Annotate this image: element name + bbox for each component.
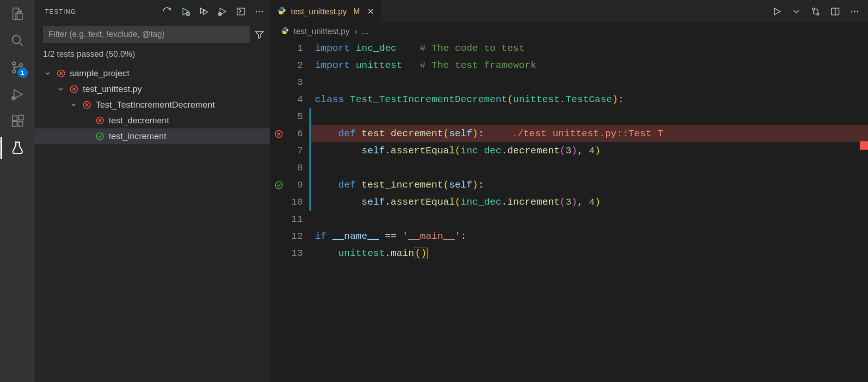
code-line[interactable]: class Test_TestIncrementDecrement(unitte… (309, 91, 868, 108)
editor-area: test_unittest.py M ✕ test_unittest.py › … (271, 0, 868, 382)
status-pass-icon (95, 131, 105, 141)
change-bar (309, 142, 311, 159)
line-number: 6 (287, 125, 303, 142)
change-bar (309, 125, 311, 142)
svg-point-2 (12, 70, 15, 73)
svg-point-14 (262, 11, 263, 12)
code-line[interactable] (309, 211, 868, 228)
svg-point-1 (12, 62, 15, 65)
chevron-down-icon[interactable] (43, 69, 52, 78)
activity-testing[interactable] (9, 139, 26, 156)
tab-bar: test_unittest.py M ✕ (271, 0, 868, 23)
line-number: 5 (287, 108, 303, 125)
tab-filename: test_unittest.py (291, 7, 347, 17)
activity-search[interactable] (9, 32, 26, 49)
line-number: 3 (287, 74, 303, 91)
code-line[interactable]: unittest.main() (309, 245, 868, 262)
more-actions-button[interactable] (254, 6, 265, 17)
svg-point-23 (851, 11, 852, 12)
activity-explorer[interactable] (9, 6, 26, 22)
tests-status: 1/2 tests passed (50.0%) (35, 46, 270, 63)
svg-rect-5 (12, 116, 17, 121)
inline-error-text: ./test_unittest.py::Test_T (512, 128, 664, 139)
tree-item-test_unittest-py[interactable]: test_unittest.py (35, 81, 270, 97)
code-editor[interactable]: 12345678910111213 import inc_dec # The c… (271, 40, 868, 382)
tree-item-test_increment[interactable]: test_increment (35, 128, 270, 144)
sidebar-title: TESTING (45, 8, 158, 15)
status-fail-icon (95, 115, 105, 126)
gutter-fail-icon[interactable] (271, 125, 287, 142)
code-line[interactable]: def test_increment(self): (309, 176, 868, 194)
gutter-pass-icon[interactable] (271, 176, 287, 194)
svg-point-25 (857, 11, 858, 12)
scm-badge: 1 (18, 67, 28, 78)
code-line[interactable]: self.assertEqual(inc_dec.decrement(3), 4… (309, 142, 868, 159)
svg-rect-6 (12, 121, 17, 126)
code-line[interactable] (309, 74, 868, 91)
code-line[interactable] (309, 159, 868, 176)
refresh-tests-button[interactable] (162, 6, 172, 17)
tree-label: Test_TestIncrementDecrement (96, 100, 215, 110)
python-file-icon (281, 26, 289, 37)
run-tests-button[interactable] (199, 6, 209, 17)
line-number: 8 (287, 159, 303, 176)
run-all-tests-button[interactable] (180, 6, 191, 17)
code-line[interactable]: if __name__ == '__main__': (309, 228, 868, 245)
filter-icon[interactable] (254, 30, 265, 40)
activity-source-control[interactable]: 1 (9, 59, 26, 76)
compare-changes-button[interactable] (811, 6, 821, 17)
editor-more-button[interactable] (850, 6, 860, 17)
status-fail-icon (69, 84, 79, 94)
code-line[interactable]: def test_decrement(self):./test_unittest… (309, 125, 868, 142)
split-editor-button[interactable] (830, 6, 840, 17)
line-number: 12 (287, 228, 303, 245)
code-line[interactable]: import unittest # The test framework (309, 57, 868, 74)
breadcrumb-file: test_unittest.py (294, 27, 350, 36)
activity-run-debug[interactable] (9, 86, 26, 103)
activity-bar: 1 (0, 0, 35, 382)
run-file-button[interactable] (772, 6, 782, 17)
tree-item-test_decrement[interactable]: test_decrement (35, 113, 270, 128)
test-tree: sample_projecttest_unittest.pyTest_TestI… (35, 63, 270, 144)
status-fail-icon (82, 100, 92, 110)
svg-point-12 (256, 11, 257, 12)
breadcrumb-rest: ... (362, 27, 369, 36)
tab-test-unittest[interactable]: test_unittest.py M ✕ (271, 0, 381, 23)
svg-point-13 (259, 11, 260, 12)
line-number: 11 (287, 211, 303, 228)
show-output-button[interactable] (236, 6, 246, 17)
line-number: 10 (287, 194, 303, 211)
svg-point-21 (817, 13, 819, 15)
line-number: 9 (287, 176, 303, 194)
line-number: 7 (287, 142, 303, 159)
svg-rect-7 (18, 121, 23, 126)
chevron-down-icon[interactable] (69, 100, 78, 109)
testing-sidebar: TESTING 1/2 tests passed (50.0%) sample_… (35, 0, 271, 382)
breadcrumb[interactable]: test_unittest.py › ... (271, 23, 868, 40)
svg-point-20 (813, 8, 815, 10)
tree-label: sample_project (70, 68, 129, 79)
filter-input[interactable] (43, 26, 250, 43)
svg-point-0 (12, 36, 20, 44)
code-line[interactable] (309, 108, 868, 125)
minimap-error-marker[interactable] (860, 141, 868, 150)
close-tab-button[interactable]: ✕ (367, 6, 374, 17)
line-number: 4 (287, 91, 303, 108)
debug-tests-button[interactable] (217, 6, 228, 17)
code-line[interactable]: import inc_dec # The code to test (309, 40, 868, 57)
activity-extensions[interactable] (9, 113, 26, 129)
tree-label: test_decrement (109, 115, 169, 126)
svg-point-24 (854, 11, 855, 12)
modified-indicator: M (353, 7, 360, 16)
tree-label: test_increment (109, 131, 166, 141)
svg-point-27 (276, 182, 283, 188)
code-line[interactable]: self.assertEqual(inc_dec.increment(3), 4… (309, 194, 868, 211)
svg-point-19 (97, 133, 104, 140)
tree-item-Test_TestIncrementDecrement[interactable]: Test_TestIncrementDecrement (35, 97, 270, 113)
tree-item-sample_project[interactable]: sample_project (35, 66, 270, 81)
line-number: 13 (287, 245, 303, 262)
svg-point-3 (19, 64, 22, 67)
chevron-down-icon[interactable] (56, 85, 65, 94)
run-dropdown-button[interactable] (791, 6, 801, 17)
change-bar (309, 108, 311, 125)
